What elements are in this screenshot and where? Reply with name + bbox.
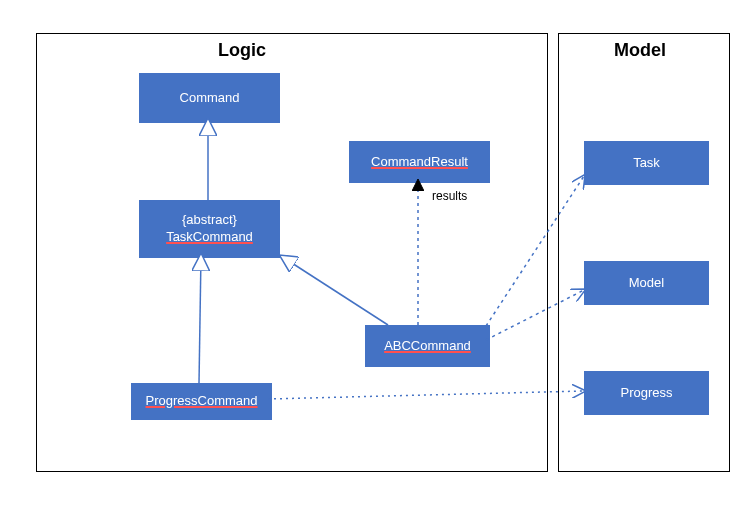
class-abc-command-label: ABCCommand <box>384 338 471 355</box>
class-task-label: Task <box>633 155 660 172</box>
class-command-result: CommandResult <box>349 141 490 183</box>
class-progress-command: ProgressCommand <box>131 383 272 420</box>
class-model: Model <box>584 261 709 305</box>
class-progress-label: Progress <box>620 385 672 402</box>
package-logic <box>36 33 548 472</box>
class-progress-command-label: ProgressCommand <box>146 393 258 410</box>
class-command-result-label: CommandResult <box>371 154 468 171</box>
class-model-label: Model <box>629 275 664 292</box>
class-task-command: {abstract} TaskCommand <box>139 200 280 258</box>
class-task-command-stereo: {abstract} <box>182 212 237 229</box>
class-task: Task <box>584 141 709 185</box>
class-command: Command <box>139 73 280 123</box>
class-progress: Progress <box>584 371 709 415</box>
class-abc-command: ABCCommand <box>365 325 490 367</box>
class-task-command-label: TaskCommand <box>166 229 253 246</box>
class-command-label: Command <box>180 90 240 107</box>
package-logic-title: Logic <box>218 40 266 61</box>
package-model-title: Model <box>614 40 666 61</box>
edge-label-results: results <box>432 189 467 203</box>
